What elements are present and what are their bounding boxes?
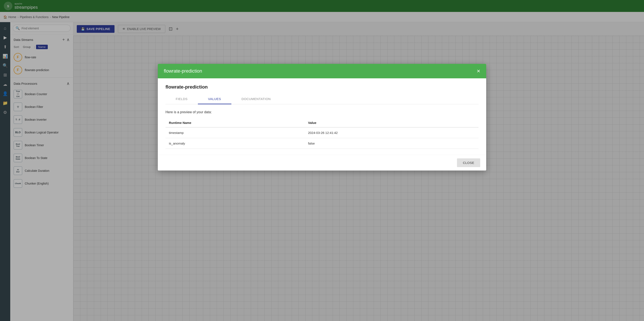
- cell-runtime-name-1: timestamp: [166, 127, 304, 138]
- tab-documentation[interactable]: DOCUMENTATION: [231, 94, 281, 104]
- modal-footer: CLOSE: [158, 155, 486, 170]
- modal-dialog: flowrate-prediction × flowrate-predictio…: [158, 64, 486, 170]
- table-row-timestamp: timestamp 2024-03-26 12:41:42: [166, 127, 478, 138]
- cell-runtime-name-2: is_anomaly: [166, 138, 304, 149]
- modal-header: flowrate-prediction ×: [158, 64, 486, 78]
- close-button[interactable]: CLOSE: [457, 158, 480, 167]
- modal-tabs: FIELDS VALUES DOCUMENTATION: [166, 94, 478, 104]
- col-value: Value: [304, 118, 478, 127]
- table-row-is-anomaly: is_anomaly false: [166, 138, 478, 149]
- table-header-row: Runtime Name Value: [166, 118, 478, 127]
- data-table: Runtime Name Value timestamp 2024-03-26 …: [166, 118, 478, 149]
- modal-overlay: flowrate-prediction × flowrate-predictio…: [0, 0, 644, 321]
- tab-fields[interactable]: FIELDS: [166, 94, 198, 104]
- modal-title: flowrate-prediction: [164, 68, 202, 74]
- cell-value-2: false: [304, 138, 478, 149]
- tab-values[interactable]: VALUES: [198, 94, 231, 104]
- preview-text: Here is a preview of your data:: [166, 110, 478, 114]
- modal-body: flowrate-prediction FIELDS VALUES DOCUME…: [158, 78, 486, 155]
- modal-close-x-button[interactable]: ×: [477, 68, 480, 74]
- cell-value-1: 2024-03-26 12:41:42: [304, 127, 478, 138]
- col-runtime-name: Runtime Name: [166, 118, 304, 127]
- modal-subtitle: flowrate-prediction: [166, 84, 478, 90]
